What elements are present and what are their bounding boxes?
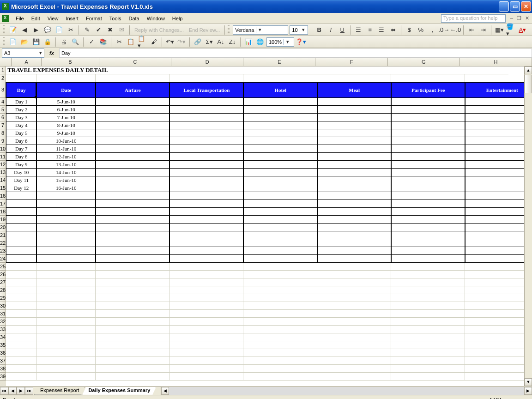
cell[interactable] <box>169 129 243 137</box>
send-mail-button[interactable]: ✉ <box>116 25 127 35</box>
cell[interactable] <box>36 192 96 200</box>
redo-button[interactable]: ↷▾ <box>176 37 187 47</box>
cell[interactable] <box>36 294 96 302</box>
row-header-36[interactable]: 36 <box>0 349 6 357</box>
cell[interactable]: 9-Jun-10 <box>36 129 96 137</box>
row-header-6[interactable]: 6 <box>0 114 6 121</box>
row-header-34[interactable]: 34 <box>0 333 6 341</box>
cell[interactable] <box>6 365 36 373</box>
cell[interactable] <box>36 333 96 341</box>
cell[interactable]: Day 11 <box>6 176 36 184</box>
row-header-33[interactable]: 33 <box>0 326 6 333</box>
cell[interactable] <box>6 310 36 318</box>
hscroll-right-button[interactable]: ▶ <box>524 387 532 395</box>
cell[interactable] <box>465 239 532 247</box>
cell[interactable] <box>391 169 465 176</box>
cell[interactable] <box>243 145 317 153</box>
percent-button[interactable]: % <box>416 25 426 35</box>
cell[interactable] <box>6 286 36 294</box>
cell[interactable] <box>391 349 465 357</box>
cell[interactable]: 15-Jun-10 <box>36 176 96 184</box>
font-color-button[interactable]: A▾ <box>517 25 527 35</box>
cell[interactable] <box>96 161 169 169</box>
cell[interactable] <box>243 333 317 341</box>
cell[interactable] <box>317 263 391 271</box>
cell[interactable] <box>169 216 243 224</box>
cell[interactable]: Meal <box>317 82 391 98</box>
cell[interactable] <box>6 326 36 333</box>
cell[interactable] <box>317 326 391 333</box>
cell[interactable]: 5-Jun-10 <box>36 98 96 106</box>
scroll-down-button[interactable]: ▼ <box>525 378 532 386</box>
cell[interactable] <box>391 294 465 302</box>
tab-nav-first-button[interactable]: ⏮ <box>0 387 8 395</box>
cell[interactable] <box>391 341 465 349</box>
cell[interactable] <box>465 192 532 200</box>
cell[interactable] <box>6 247 36 255</box>
cell[interactable] <box>317 278 391 286</box>
name-box[interactable]: A3▾ <box>2 48 44 58</box>
cell[interactable] <box>169 341 243 349</box>
col-header-D[interactable]: D <box>171 58 243 66</box>
cell[interactable]: 13-Jun-10 <box>36 161 96 169</box>
cell[interactable] <box>317 231 391 239</box>
cell[interactable]: Day 5 <box>6 129 36 137</box>
row-header-37[interactable]: 37 <box>0 357 6 365</box>
cell[interactable] <box>169 114 243 121</box>
row-header-23[interactable]: 23 <box>0 247 6 255</box>
cell[interactable] <box>465 255 532 263</box>
cell[interactable] <box>169 98 243 106</box>
cell[interactable]: 16-Jun-10 <box>36 184 96 192</box>
hscroll-left-button[interactable]: ◀ <box>161 387 169 395</box>
cell[interactable] <box>169 192 243 200</box>
cell[interactable] <box>391 239 465 247</box>
cell[interactable] <box>96 255 169 263</box>
cell[interactable] <box>391 365 465 373</box>
sort-desc-button[interactable]: Z↓ <box>227 37 237 47</box>
cell[interactable] <box>391 200 465 208</box>
align-right-button[interactable]: ☰ <box>376 25 387 35</box>
toolbar-grip-icon[interactable] <box>3 25 5 35</box>
cell[interactable] <box>243 129 317 137</box>
sort-asc-button[interactable]: A↓ <box>216 37 226 47</box>
app-icon[interactable] <box>2 15 9 22</box>
merge-center-button[interactable]: ⬌ <box>388 25 398 35</box>
fx-button[interactable]: fx <box>46 48 57 58</box>
cell[interactable] <box>96 271 169 278</box>
cell[interactable] <box>169 231 243 239</box>
cell[interactable] <box>36 208 96 216</box>
cell[interactable] <box>96 318 169 326</box>
autosum-button[interactable]: Σ▾ <box>204 37 214 47</box>
cell[interactable] <box>36 271 96 278</box>
cell[interactable] <box>465 310 532 318</box>
cell[interactable] <box>243 74 317 82</box>
cell[interactable] <box>317 216 391 224</box>
cell[interactable] <box>243 224 317 231</box>
tab-nav-prev-button[interactable]: ◀ <box>8 387 17 395</box>
cell[interactable] <box>391 121 465 129</box>
cell[interactable] <box>36 318 96 326</box>
cell[interactable] <box>465 333 532 341</box>
toolbar-grip-icon[interactable] <box>3 37 5 47</box>
cell[interactable] <box>96 137 169 145</box>
row-header-10[interactable]: 10 <box>0 145 6 153</box>
cell[interactable] <box>96 184 169 192</box>
doc-restore-button[interactable]: ❐ <box>516 15 522 21</box>
cell[interactable] <box>317 137 391 145</box>
cell[interactable] <box>391 114 465 121</box>
cell[interactable] <box>317 239 391 247</box>
cell[interactable] <box>391 247 465 255</box>
cell[interactable] <box>465 106 532 114</box>
cell[interactable] <box>317 318 391 326</box>
cell[interactable] <box>465 357 532 365</box>
row-header-20[interactable]: 20 <box>0 224 6 231</box>
cell[interactable] <box>317 145 391 153</box>
cell[interactable] <box>317 247 391 255</box>
doc-close-button[interactable]: ✕ <box>524 15 530 21</box>
cell[interactable] <box>243 216 317 224</box>
scroll-up-button[interactable]: ▲ <box>525 66 532 74</box>
reply-changes-button[interactable]: Reply with Changes... <box>133 27 186 33</box>
cell[interactable] <box>465 216 532 224</box>
toolbar-grip-icon[interactable] <box>228 25 230 35</box>
permission-button[interactable]: 🔒 <box>42 37 53 47</box>
